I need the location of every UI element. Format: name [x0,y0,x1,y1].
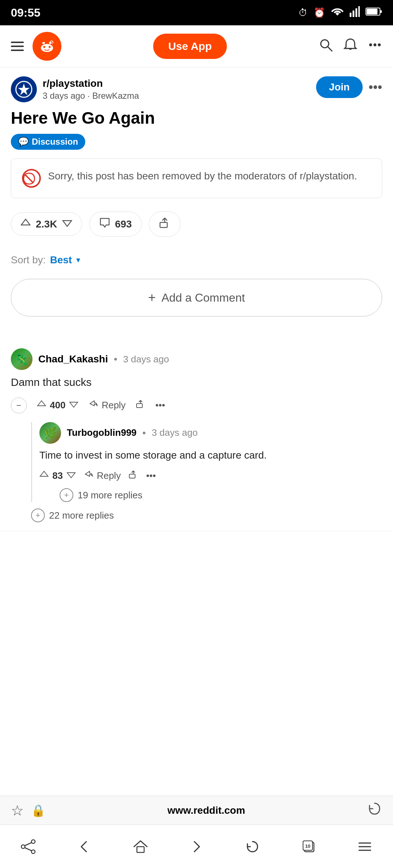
more-replies-19[interactable]: + 19 more replies [60,488,382,502]
home-icon[interactable] [133,839,148,855]
discussion-flair: 💬 Discussion [11,134,85,150]
nested-reply-button[interactable]: Reply [84,470,121,482]
svg-point-18 [369,43,372,46]
post-title: Here We Go Again [11,108,382,128]
comments-section: 🦎 Chad_Kakashi • 3 days ago Damn that su… [0,340,393,560]
menu-nav-icon[interactable] [357,839,373,855]
downvote-arrow[interactable] [62,218,72,230]
reply-mini-vote: 83 [39,470,76,482]
timer-icon: ⏱ [298,7,308,18]
search-icon[interactable] [319,38,333,55]
nav-bar: Use App [0,25,393,68]
svg-point-19 [373,43,376,46]
action-bar: 2.3K 693 [11,211,382,237]
comment-body: Damn that sucks [11,374,382,390]
svg-rect-1 [353,10,354,17]
back-icon[interactable] [76,839,92,855]
nav-right [319,38,382,55]
reply-actions: 83 Reply [39,470,382,482]
svg-rect-30 [137,847,144,852]
browser-url[interactable]: www.reddit.com [53,805,360,816]
mini-upvote-icon[interactable] [37,399,46,411]
mini-downvote-icon[interactable] [69,399,78,411]
svg-line-28 [25,843,31,846]
comment-header: 🦎 Chad_Kakashi • 3 days ago [11,348,382,370]
reply-downvote-icon[interactable] [66,470,76,482]
vote-pill[interactable]: 2.3K [11,212,82,236]
subreddit-name[interactable]: r/playstation [43,78,139,89]
reply-button[interactable]: Reply [88,399,125,411]
browser-refresh-icon[interactable] [367,801,382,820]
svg-point-10 [49,46,51,48]
hamburger-menu[interactable] [11,42,24,51]
comment-actions: − 400 [11,397,382,413]
tabs-icon[interactable]: 10 [301,839,317,855]
post-container: r/playstation 3 days ago · BrewKazma Joi… [0,68,393,340]
alarm-icon: ⏰ [314,7,325,18]
join-button[interactable]: Join [316,76,363,98]
sort-chevron-icon[interactable]: ▾ [76,255,80,265]
svg-rect-3 [358,6,360,17]
reply-comment-header: 🌿 Turbogoblin999 • 3 days ago [39,422,382,444]
reply-label: Reply [102,400,125,411]
reddit-logo[interactable] [33,32,61,61]
reply-author[interactable]: Turbogoblin999 [67,427,137,438]
battery-icon [366,7,382,19]
comment-pill[interactable]: 693 [89,212,142,237]
refresh-nav-icon[interactable] [245,839,260,855]
svg-rect-0 [350,13,351,17]
reply-more-icon[interactable]: ••• [146,470,156,481]
reply-time: 3 days ago [152,427,198,438]
collapse-button[interactable]: − [11,397,27,413]
share-nav-icon[interactable] [20,839,36,855]
removed-text: Sorry, this post has been removed by the… [48,169,357,183]
forward-icon[interactable] [189,839,204,855]
no-symbol-icon: ⃠ [22,169,41,188]
comment-share-icon[interactable] [136,399,145,411]
svg-point-20 [378,43,381,46]
upvote-arrow[interactable] [21,218,31,230]
svg-line-29 [25,848,31,851]
comment-author[interactable]: Chad_Kakashi [38,353,108,365]
more-dots-icon[interactable] [368,38,382,55]
use-app-button[interactable]: Use App [153,34,227,59]
add-comment-button[interactable]: + Add a Comment [11,279,382,316]
status-icons: ⏱ ⏰ [298,6,382,20]
svg-point-27 [31,850,35,854]
add-comment-label: Add a Comment [161,291,245,305]
post-more-icon[interactable]: ••• [368,80,382,95]
svg-rect-2 [355,8,357,17]
post-time-user: 3 days ago · BrewKazma [43,91,139,101]
share-pill[interactable] [149,211,181,237]
subreddit-icon[interactable] [11,76,37,102]
add-comment-plus-icon: + [148,290,156,305]
svg-text:10: 10 [305,843,310,849]
status-bar: 09:55 ⏱ ⏰ [0,0,393,25]
post-meta-right: Join ••• [316,76,382,98]
mini-vote: 400 [37,399,78,411]
sort-bar: Sort by: Best ▾ [11,254,382,266]
more-replies-label: 19 more replies [78,490,142,501]
status-time: 09:55 [11,6,40,20]
post-meta: r/playstation 3 days ago · BrewKazma Joi… [11,76,382,102]
avatar: 🌿 [39,422,61,444]
comment-count: 693 [115,218,132,230]
svg-point-8 [41,44,53,52]
nested-reply-icon [84,470,93,482]
more-replies-22[interactable]: + 22 more replies [31,509,382,522]
reply-upvote-icon[interactable] [39,470,49,482]
bookmark-icon[interactable]: ☆ [11,802,24,819]
svg-rect-23 [137,404,142,408]
comment-more-icon[interactable]: ••• [155,400,165,411]
reply-body: Time to invest in some storage and a cap… [39,448,382,463]
svg-rect-5 [367,9,377,14]
sort-value[interactable]: Best [50,254,72,266]
comment-dot: • [114,353,117,365]
bell-icon[interactable] [343,38,358,55]
post-meta-left: r/playstation 3 days ago · BrewKazma [11,76,139,102]
nested-reply: 🌿 Turbogoblin999 • 3 days ago Time to in… [31,422,382,502]
wifi-icon [331,6,344,20]
lock-icon: 🔒 [31,804,46,817]
reply-share-icon[interactable] [129,470,138,482]
reply-icon [88,399,98,411]
